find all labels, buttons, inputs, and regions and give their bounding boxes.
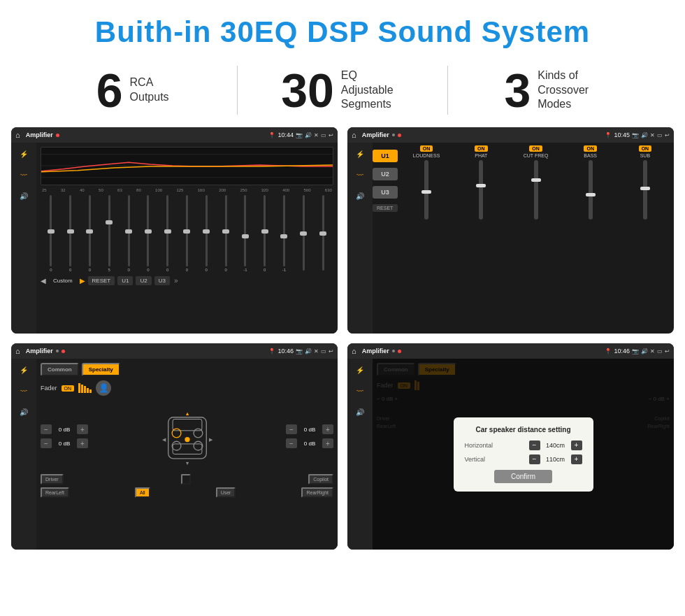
u2-btn[interactable]: U2: [373, 168, 398, 180]
wave-icon: 〰: [17, 169, 31, 180]
sp-app-name: Amplifier: [26, 348, 53, 354]
slider-11[interactable]: 0: [256, 195, 274, 272]
u-buttons-col: U1 U2 U3 RESET: [373, 143, 398, 334]
loudness-slider[interactable]: [424, 160, 428, 220]
channels-screen: ⌂ Amplifier 📍 10:45 📷 🔊 ✕ ▭ ↩ ⚡ 〰 🔊: [347, 127, 674, 334]
slider-2[interactable]: 0: [81, 195, 99, 272]
dlg-content: ⚡ 〰 🔊 Common Specialty Fader ON: [347, 359, 674, 550]
more-icon: »: [174, 277, 178, 285]
slider-7[interactable]: 0: [178, 195, 196, 272]
freq-160: 160: [198, 188, 205, 192]
ch-loudness: ON LOUDNESS: [401, 145, 452, 331]
eq-graph: [41, 147, 333, 185]
svg-text:◀: ◀: [161, 436, 166, 443]
slider-3[interactable]: 5: [100, 195, 118, 272]
slider-12[interactable]: -1: [275, 195, 294, 272]
u1-btn[interactable]: U1: [373, 150, 398, 162]
minimize-icon: ▭: [321, 132, 326, 138]
db-minus-4[interactable]: −: [286, 438, 297, 448]
user-btn[interactable]: User: [216, 487, 236, 498]
camera-icon: 📷: [296, 132, 303, 138]
sp-location-icon: 📍: [268, 348, 275, 354]
rearleft-btn[interactable]: RearLeft: [41, 487, 69, 498]
vertical-plus[interactable]: +: [571, 454, 582, 464]
common-tab[interactable]: Common: [41, 363, 79, 376]
ch-red-dot: [398, 134, 401, 137]
slider-14[interactable]: [314, 195, 332, 272]
fader-bar-3: [84, 386, 86, 393]
stats-row: 6 RCAOutputs 30 EQ AdjustableSegments 3 …: [0, 59, 685, 127]
all-btn[interactable]: All: [135, 487, 150, 498]
driver-btn[interactable]: Driver: [41, 474, 64, 485]
slider-5[interactable]: 0: [139, 195, 157, 272]
dialog-overlay: Car speaker distance setting Horizontal …: [373, 359, 674, 550]
sp-bottom-labels: Driver Copilot: [41, 474, 333, 485]
db-minus-1[interactable]: −: [41, 424, 52, 434]
u1-button[interactable]: U1: [117, 276, 133, 285]
phat-on: ON: [475, 145, 488, 152]
fader-bars: [78, 383, 92, 393]
fader-on: ON: [62, 385, 75, 392]
specialty-tab[interactable]: Specialty: [82, 363, 120, 376]
vertical-minus[interactable]: −: [529, 454, 540, 464]
db-plus-1[interactable]: +: [77, 424, 88, 434]
slider-0[interactable]: 0: [42, 195, 60, 272]
prev-arrow[interactable]: ◀: [41, 277, 46, 285]
u3-button[interactable]: U3: [154, 276, 170, 285]
reset-button[interactable]: RESET: [88, 276, 115, 285]
u2-button[interactable]: U2: [136, 276, 151, 285]
bass-slider[interactable]: [589, 160, 593, 220]
fader-bar-2: [81, 385, 83, 393]
slider-1[interactable]: 0: [62, 195, 80, 272]
slider-10[interactable]: -1: [236, 195, 254, 272]
slider-6[interactable]: 0: [159, 195, 177, 272]
confirm-button[interactable]: Confirm: [494, 470, 552, 483]
db-plus-4[interactable]: +: [322, 438, 333, 448]
sp-empty-1: [181, 474, 191, 485]
slider-13[interactable]: [294, 195, 312, 272]
svg-point-6: [172, 429, 181, 438]
horizontal-minus[interactable]: −: [529, 440, 540, 450]
ch-wave-icon: 〰: [353, 169, 367, 180]
rearright-btn[interactable]: RearRight: [301, 487, 333, 498]
db-plus-2[interactable]: +: [77, 438, 88, 448]
phat-slider[interactable]: [479, 160, 483, 220]
u3-btn[interactable]: U3: [373, 186, 398, 199]
horizontal-plus[interactable]: +: [571, 440, 582, 450]
copilot-btn[interactable]: Copilot: [308, 474, 333, 485]
slider-9[interactable]: 0: [217, 195, 235, 272]
sub-slider[interactable]: [643, 160, 647, 220]
db-minus-2[interactable]: −: [41, 438, 52, 448]
db-plus-3[interactable]: +: [322, 424, 333, 434]
play-button[interactable]: ▶: [80, 277, 85, 285]
slider-8[interactable]: 0: [197, 195, 215, 272]
db-row-3: − 0 dB +: [286, 424, 333, 434]
db-val-1: 0 dB: [55, 427, 74, 433]
db-row-1: − 0 dB +: [41, 424, 88, 434]
vertical-value: 110cm: [543, 456, 568, 463]
sp-eq-icon: ⚡: [17, 364, 31, 375]
stat-rca-label: RCAOutputs: [130, 76, 169, 105]
ch-reset-btn[interactable]: RESET: [373, 204, 398, 212]
stat-divider-2: [447, 66, 448, 115]
ch-status-bar: ⌂ Amplifier 📍 10:45 📷 🔊 ✕ ▭ ↩: [347, 127, 674, 143]
dlg-speaker-icon: 🔊: [353, 406, 367, 417]
cutfreq-slider[interactable]: [534, 160, 538, 220]
db-minus-3[interactable]: −: [286, 424, 297, 434]
slider-4[interactable]: 0: [120, 195, 138, 272]
dlg-time: 10:46: [614, 348, 630, 354]
dlg-red-dot: [398, 350, 401, 353]
stat-crossover-label: Kinds ofCrossover Modes: [538, 69, 600, 112]
ch-time: 10:45: [614, 131, 630, 138]
car-diagram: ▲ ▼ ◀ ▶: [94, 401, 280, 471]
freq-40: 40: [80, 188, 85, 192]
freq-50: 50: [99, 188, 103, 192]
svg-point-7: [194, 429, 203, 438]
ch-bass: ON BASS: [565, 145, 616, 331]
vertical-row: Vertical − 110cm +: [465, 454, 582, 464]
freq-630: 630: [325, 188, 332, 192]
dlg-camera-icon: 📷: [632, 348, 639, 354]
stat-crossover-number: 3: [504, 66, 531, 114]
svg-point-10: [185, 437, 189, 442]
ch-dot1: [392, 134, 395, 136]
